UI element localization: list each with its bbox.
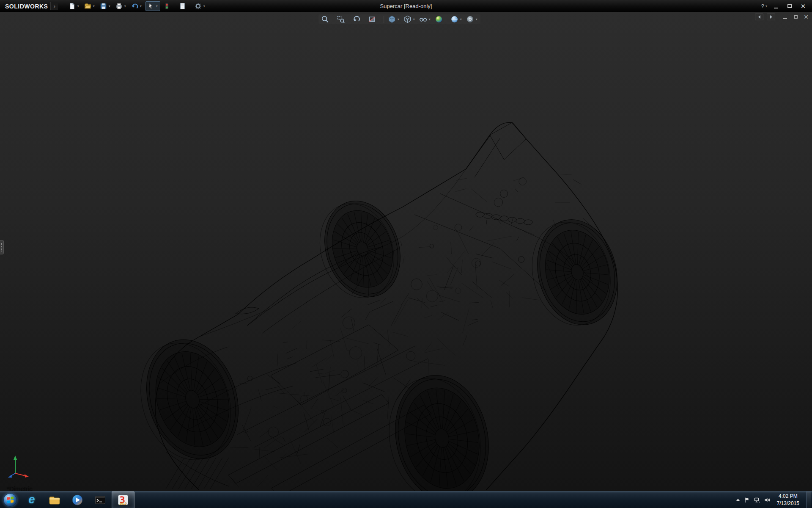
undo-button[interactable]: ▾ xyxy=(130,2,144,11)
dropdown-caret-icon: ▾ xyxy=(765,4,767,8)
view-orientation-button[interactable]: ▾ xyxy=(388,15,400,23)
menu-expand-arrow-icon[interactable]: › xyxy=(50,2,58,10)
dropdown-caret-icon[interactable]: ▾ xyxy=(108,4,111,8)
zoom-to-fit-button[interactable] xyxy=(321,15,333,23)
taskbar-item-command-prompt[interactable] xyxy=(89,491,112,508)
section-view-icon xyxy=(368,15,376,23)
save-icon xyxy=(100,3,107,10)
dropdown-caret-icon[interactable]: ▾ xyxy=(139,4,143,8)
minimize-icon xyxy=(783,18,787,19)
dropdown-caret-icon[interactable]: ▾ xyxy=(203,4,206,8)
taskbar: e 2015 xyxy=(0,491,812,508)
dropdown-caret-icon[interactable]: ▾ xyxy=(155,4,159,8)
open-document-button[interactable]: ▾ xyxy=(83,2,97,11)
solidworks-menu[interactable]: SOLIDWORKS › xyxy=(0,0,61,12)
dropdown-caret-icon[interactable]: ▾ xyxy=(412,17,415,21)
dropdown-caret-icon[interactable]: ▾ xyxy=(123,4,127,8)
volume-icon[interactable] xyxy=(764,497,770,503)
view-settings-icon xyxy=(466,15,474,23)
taskbar-item-solidworks[interactable]: 2015 xyxy=(112,491,134,508)
new-document-button[interactable]: ▾ xyxy=(67,2,81,11)
window-controls: ? ▾ ✕ xyxy=(761,3,812,10)
help-glyph: ? xyxy=(761,3,764,9)
view-orientation-label: *Dimetric xyxy=(7,485,33,491)
new-document-icon xyxy=(69,3,76,10)
wireframe-car-model[interactable] xyxy=(0,12,812,491)
options-button[interactable]: ▾ xyxy=(193,2,207,11)
taskbar-clock[interactable]: 4:02 PM 7/13/2015 xyxy=(774,493,802,506)
maximize-icon xyxy=(787,4,792,8)
panel-splitter-handle[interactable] xyxy=(0,240,4,254)
view-settings-button[interactable]: ▾ xyxy=(466,15,478,23)
minimize-icon xyxy=(774,8,778,8)
zoom-to-area-button[interactable] xyxy=(337,15,348,23)
section-view-button[interactable] xyxy=(368,15,380,23)
zoom-to-area-icon xyxy=(337,15,345,23)
orientation-triad xyxy=(7,452,30,480)
close-button[interactable]: ✕ xyxy=(798,3,808,10)
apply-scene-icon xyxy=(450,15,458,23)
quick-access-toolbar: ▾ ▾ ▾ xyxy=(67,1,207,11)
clock-time: 4:02 PM xyxy=(777,493,799,500)
dropdown-caret-icon[interactable]: ▾ xyxy=(397,17,400,21)
display-style-icon xyxy=(403,15,411,23)
taskbar-item-media-player[interactable] xyxy=(66,491,89,508)
show-hidden-icons-button[interactable] xyxy=(736,499,740,501)
graphics-viewport[interactable]: ▾ ▾ ▾ xyxy=(0,12,812,491)
windows-start-orb-icon xyxy=(3,493,17,507)
chevron-left-icon xyxy=(758,15,760,19)
brand-text: SOLIDWORKS xyxy=(5,3,48,10)
collapse-pane-right-button[interactable] xyxy=(767,14,775,20)
zoom-to-fit-icon xyxy=(321,15,329,23)
open-folder-icon xyxy=(84,3,91,10)
document-minimize-button[interactable] xyxy=(781,14,789,20)
edit-appearance-button[interactable] xyxy=(435,15,447,23)
solidworks-app-icon: 2015 xyxy=(117,494,129,506)
rebuild-icon xyxy=(163,3,170,10)
minimize-button[interactable] xyxy=(771,3,781,10)
rebuild-button[interactable] xyxy=(162,2,176,11)
select-cursor-icon xyxy=(147,3,154,10)
display-style-button[interactable]: ▾ xyxy=(403,15,415,23)
save-button[interactable]: ▾ xyxy=(99,2,112,11)
document-close-button[interactable]: ✕ xyxy=(802,14,810,20)
screen: SOLIDWORKS › ▾ ▾ xyxy=(0,0,812,508)
document-restore-button[interactable] xyxy=(792,14,799,20)
options-gear-icon xyxy=(195,3,202,10)
chevron-right-icon xyxy=(770,15,772,19)
grip-dots-icon xyxy=(1,243,2,251)
view-orientation-cube-icon xyxy=(388,15,396,23)
apply-scene-button[interactable]: ▾ xyxy=(450,15,462,23)
show-desktop-button[interactable] xyxy=(806,491,811,508)
clock-date: 7/13/2015 xyxy=(777,500,799,507)
headsup-view-toolbar: ▾ ▾ ▾ xyxy=(318,14,480,24)
dropdown-caret-icon[interactable]: ▾ xyxy=(459,17,462,21)
file-properties-icon xyxy=(179,3,186,10)
internet-explorer-icon: e xyxy=(28,494,35,505)
network-icon[interactable] xyxy=(754,497,760,503)
titlebar: SOLIDWORKS › ▾ ▾ xyxy=(0,0,812,12)
select-tool-button[interactable]: ▾ xyxy=(145,1,160,11)
triad-axes-icon xyxy=(7,452,30,478)
system-tray: 4:02 PM 7/13/2015 xyxy=(736,491,812,508)
collapse-pane-left-button[interactable] xyxy=(755,14,763,20)
dropdown-caret-icon[interactable]: ▾ xyxy=(428,17,431,21)
file-properties-button[interactable] xyxy=(178,2,192,11)
dropdown-caret-icon[interactable]: ▾ xyxy=(92,4,96,8)
taskbar-item-internet-explorer[interactable]: e xyxy=(20,491,43,508)
solidworks-version-badge: 2015 xyxy=(120,502,127,505)
print-button[interactable]: ▾ xyxy=(114,2,128,11)
dropdown-caret-icon[interactable]: ▾ xyxy=(475,17,478,21)
toolbar-separator xyxy=(384,16,384,23)
restore-icon xyxy=(794,15,798,19)
start-button[interactable] xyxy=(0,491,20,508)
help-button[interactable]: ? ▾ xyxy=(761,3,767,9)
window-title: Supercar [Read-only] xyxy=(380,3,432,9)
action-center-flag-icon[interactable] xyxy=(744,497,750,503)
hide-show-items-button[interactable]: ▾ xyxy=(419,15,431,23)
maximize-button[interactable] xyxy=(785,3,794,10)
previous-view-button[interactable] xyxy=(352,15,364,23)
hide-show-glasses-icon xyxy=(419,15,427,23)
taskbar-item-file-explorer[interactable] xyxy=(43,491,66,508)
dropdown-caret-icon[interactable]: ▾ xyxy=(77,4,80,8)
